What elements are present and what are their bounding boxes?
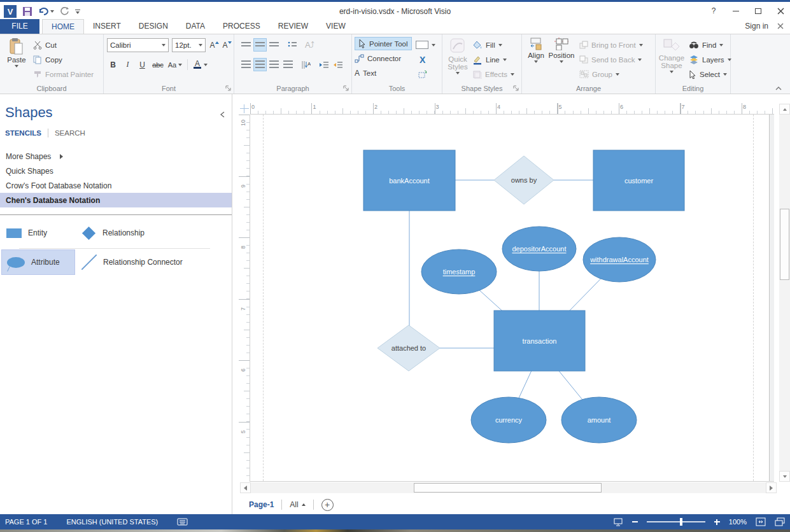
- collapse-ribbon-icon[interactable]: [775, 86, 782, 91]
- presentation-mode-icon[interactable]: [613, 517, 623, 526]
- tab-design[interactable]: DESIGN: [130, 19, 177, 34]
- zoom-slider-thumb[interactable]: [680, 518, 682, 526]
- vertical-scroll-thumb[interactable]: [780, 209, 789, 280]
- format-painter-button[interactable]: Format Painter: [33, 67, 94, 81]
- align-right-button[interactable]: [267, 58, 281, 71]
- scroll-down-icon[interactable]: [779, 471, 790, 482]
- zoom-level[interactable]: 100%: [729, 518, 747, 526]
- find-button[interactable]: Find: [689, 38, 723, 52]
- stencil-item[interactable]: Chen's Database Notation: [0, 193, 232, 207]
- send-to-back-button[interactable]: Send to Back: [579, 53, 642, 66]
- zoom-in-icon[interactable]: [714, 519, 720, 525]
- select-button[interactable]: Select: [689, 67, 727, 81]
- close-button[interactable]: [775, 6, 786, 16]
- bring-to-front-button[interactable]: Bring to Front: [579, 38, 643, 52]
- paragraph-dialog-launcher-icon[interactable]: [343, 85, 349, 92]
- horizontal-scroll-thumb[interactable]: [414, 483, 602, 493]
- page-indicator[interactable]: PAGE 1 OF 1: [5, 518, 47, 526]
- horizontal-scrollbar[interactable]: [240, 482, 777, 493]
- group-clipboard: Paste Cut Copy Format Painter Clipboard: [0, 34, 104, 94]
- paste-button[interactable]: Paste: [4, 38, 29, 67]
- bold-button[interactable]: B: [106, 58, 120, 71]
- copy-button[interactable]: Copy: [33, 53, 62, 66]
- stencil-item[interactable]: More Shapes: [0, 149, 232, 164]
- pointer-tool-button[interactable]: Pointer Tool: [355, 37, 412, 50]
- diagram-svg: bankAccountcustomertransactionowns byatt…: [250, 115, 774, 482]
- tab-insert[interactable]: INSERT: [84, 19, 130, 34]
- text-tool-button[interactable]: A Text: [355, 66, 376, 80]
- justify-button[interactable]: [281, 58, 295, 71]
- collapse-panel-icon[interactable]: [220, 111, 225, 118]
- scroll-right-icon[interactable]: [766, 482, 777, 493]
- text-direction-button[interactable]: A: [299, 58, 313, 71]
- maximize-button[interactable]: [752, 6, 764, 16]
- drawing-page[interactable]: bankAccountcustomertransactionowns byatt…: [250, 115, 774, 482]
- change-shape-button[interactable]: Change Shape: [657, 38, 686, 73]
- align-top-button[interactable]: [239, 38, 253, 52]
- sign-in-link[interactable]: Sign in: [745, 22, 768, 31]
- bullets-button[interactable]: [285, 38, 299, 52]
- all-pages-button[interactable]: All: [290, 500, 305, 509]
- effects-button[interactable]: Effects: [472, 67, 514, 81]
- master-entity[interactable]: Entity: [1, 220, 75, 246]
- group-button[interactable]: Group: [579, 67, 619, 81]
- tab-process[interactable]: PROCESS: [214, 19, 269, 34]
- close-document-icon[interactable]: [777, 23, 784, 29]
- tab-search[interactable]: SEARCH: [55, 129, 85, 137]
- font-dialog-launcher-icon[interactable]: [225, 85, 232, 92]
- transform-tool-button[interactable]: [417, 67, 428, 81]
- connection-point-tool-button[interactable]: X: [420, 53, 425, 66]
- strikethrough-button[interactable]: abc: [150, 58, 166, 71]
- help-button[interactable]: ?: [708, 6, 719, 16]
- zoom-out-icon[interactable]: [632, 521, 638, 522]
- tab-stencils[interactable]: STENCILS: [5, 129, 41, 137]
- status-bar: PAGE 1 OF 1 ENGLISH (UNITED STATES) 100%: [0, 514, 790, 529]
- font-size-select[interactable]: 12pt.: [172, 38, 206, 52]
- layers-button[interactable]: Layers: [689, 53, 731, 66]
- align-center-button[interactable]: [253, 58, 267, 71]
- align-bottom-button[interactable]: [267, 38, 281, 52]
- tab-data[interactable]: DATA: [177, 19, 214, 34]
- stencil-item[interactable]: Crow's Foot Database Notation: [0, 178, 232, 193]
- font-family-select[interactable]: Calibri: [107, 38, 169, 52]
- fill-button[interactable]: Fill: [472, 38, 502, 52]
- quick-styles-button[interactable]: Quick Styles: [444, 38, 471, 74]
- increase-indent-button[interactable]: [331, 58, 344, 71]
- keyboard-language-icon[interactable]: [177, 517, 188, 526]
- line-button[interactable]: Line: [472, 53, 507, 66]
- shape-styles-dialog-launcher-icon[interactable]: [513, 85, 519, 92]
- switch-windows-icon[interactable]: [775, 517, 785, 526]
- fit-page-icon[interactable]: [756, 517, 766, 526]
- language-indicator[interactable]: ENGLISH (UNITED STATES): [66, 518, 158, 526]
- vertical-scrollbar[interactable]: [779, 104, 790, 482]
- minimize-button[interactable]: [730, 6, 742, 16]
- master-relationship[interactable]: Relationship: [76, 220, 185, 246]
- position-button[interactable]: Position: [549, 38, 574, 63]
- tab-file[interactable]: FILE: [0, 19, 39, 34]
- scroll-up-icon[interactable]: [779, 104, 790, 115]
- page-tab[interactable]: Page-1: [249, 500, 274, 509]
- stencil-item[interactable]: Quick Shapes: [0, 164, 232, 178]
- align-middle-button[interactable]: [253, 38, 267, 52]
- rectangle-tool-button[interactable]: [416, 38, 435, 52]
- cut-button[interactable]: Cut: [33, 38, 57, 52]
- scroll-left-icon[interactable]: [240, 482, 251, 493]
- align-button[interactable]: Align: [525, 38, 547, 63]
- connector-tool-button[interactable]: Connector: [355, 52, 401, 65]
- decrease-indent-button[interactable]: [317, 58, 330, 71]
- tab-home[interactable]: HOME: [42, 19, 84, 34]
- font-color-button[interactable]: A: [191, 58, 210, 71]
- italic-button[interactable]: I: [121, 58, 134, 71]
- zoom-slider[interactable]: [647, 521, 705, 522]
- shrink-font-button[interactable]: A: [220, 38, 234, 52]
- add-page-button[interactable]: +: [321, 499, 334, 511]
- change-case-button[interactable]: Aa: [167, 58, 183, 71]
- master-attribute[interactable]: Attribute: [1, 249, 75, 275]
- grow-font-button[interactable]: A: [208, 38, 221, 52]
- tab-review[interactable]: REVIEW: [269, 19, 317, 34]
- align-left-button[interactable]: [239, 58, 253, 71]
- text-rotate-button[interactable]: A⤴: [303, 38, 316, 52]
- master-connector[interactable]: Relationship Connector: [76, 249, 185, 275]
- tab-view[interactable]: VIEW: [317, 19, 355, 34]
- underline-button[interactable]: U: [136, 58, 149, 71]
